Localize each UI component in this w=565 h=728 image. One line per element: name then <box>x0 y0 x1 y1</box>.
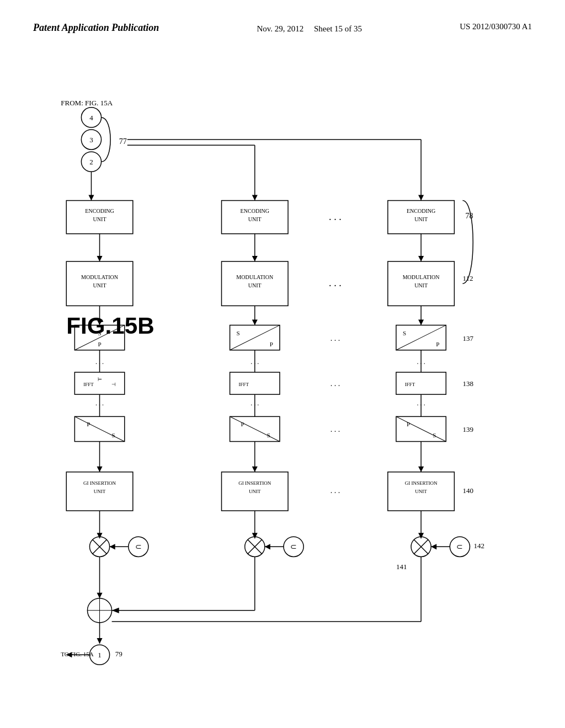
mod3-text2: UNIT <box>414 282 428 288</box>
arrow-gi3 <box>418 467 424 472</box>
brace <box>102 117 111 162</box>
label-78: 78 <box>465 211 473 220</box>
phase1-label: ⊂ <box>135 542 142 551</box>
arrow-gi2 <box>252 467 258 472</box>
arrowhead-p2m2 <box>265 544 270 549</box>
gi2-text1: GI INSERTION <box>238 480 271 486</box>
enc1-text1: ENCODING <box>85 208 114 214</box>
phase3-label: ⊂ <box>456 542 463 551</box>
arrow-enc3 <box>418 195 424 201</box>
arrow-mod1 <box>97 256 103 261</box>
enc3-text1: ENCODING <box>407 208 435 214</box>
enc1-text2: UNIT <box>93 216 106 222</box>
enc2-text2: UNIT <box>248 216 262 222</box>
arrow-mult1 <box>97 533 103 538</box>
ps3-text2: S <box>433 432 436 438</box>
to-fig-label: TO FIG. 15A <box>61 651 94 657</box>
arrow-mult2 <box>252 533 258 538</box>
dots-sp: . . . <box>331 334 340 342</box>
gi1-text1: GI INSERTION <box>83 480 116 486</box>
ifft3-text1: IFFT <box>405 382 415 387</box>
label-77: 77 <box>119 137 127 146</box>
gi3-text1: GI INSERTION <box>405 480 438 486</box>
circle-3-label: 3 <box>89 136 93 144</box>
label-137: 137 <box>462 334 473 342</box>
dots-ifft: . . . <box>331 379 340 388</box>
ps1-diagonal <box>74 416 124 441</box>
label-139: 139 <box>462 425 473 433</box>
mod2-text1: MODULATION <box>236 274 274 280</box>
arrow-mod3 <box>418 256 424 261</box>
dots-mod: . . . <box>329 277 342 288</box>
circle-2-label: 2 <box>89 158 93 166</box>
ps1-text1: P <box>87 421 90 427</box>
mod1-text2: UNIT <box>93 282 106 288</box>
ifft-box-2 <box>230 372 280 394</box>
ps2-text2: S <box>267 432 270 438</box>
figure-svg: FIG.15B FROM: FIG. 15A 4 3 2 77 <box>33 72 532 684</box>
publication-info: Nov. 29, 2012 Sheet 15 of 35 <box>257 22 362 35</box>
publication-date: Nov. 29, 2012 <box>257 24 303 33</box>
dots-ps: . . . <box>331 425 340 433</box>
arrow-mod2 <box>252 256 258 261</box>
label-142: 142 <box>474 542 485 550</box>
arrow-out <box>97 638 103 644</box>
arrow-sp2 <box>252 320 258 325</box>
label-140: 140 <box>462 486 473 495</box>
ifft1-text2: IFFT <box>83 382 94 387</box>
from-label: FROM: FIG. 15A <box>61 99 113 107</box>
ifft2-text1: IFFT <box>238 382 249 387</box>
arrowhead-m2-adder <box>112 608 119 613</box>
dots-enc: . . . <box>329 211 342 222</box>
gi1-text2: UNIT <box>94 489 106 494</box>
mod1-text1: MODULATION <box>81 274 119 280</box>
label-141: 141 <box>396 563 407 571</box>
ifft1-text1: ⊢ <box>98 377 102 382</box>
ifft-box-1 <box>74 372 124 394</box>
arrow-mult3 <box>418 533 424 538</box>
arrow-adder <box>97 593 103 598</box>
label-79: 79 <box>115 650 122 658</box>
page-header: Patent Application Publication Nov. 29, … <box>0 0 565 41</box>
sp1-text1: S <box>98 330 101 336</box>
arrow-gi1 <box>97 467 103 472</box>
ps3-diagonal <box>396 416 446 441</box>
page: Patent Application Publication Nov. 29, … <box>0 0 565 728</box>
phase2-label: ⊂ <box>290 542 297 551</box>
publication-title: Patent Application Publication <box>33 22 159 34</box>
output-label: 1 <box>98 651 102 659</box>
ps3-text1: P <box>407 421 410 427</box>
label-112: 112 <box>462 274 473 282</box>
sp1-text2: P <box>98 341 101 347</box>
mod3-text1: MODULATION <box>403 274 440 280</box>
ifft-box-3 <box>396 372 446 394</box>
circle-4-label: 4 <box>89 114 93 122</box>
ps2-diagonal <box>230 416 280 441</box>
sheet-info: Sheet 15 of 35 <box>314 24 362 33</box>
mod2-text2: UNIT <box>248 282 262 288</box>
sp3-text2: P <box>436 341 439 347</box>
enc2-text1: ENCODING <box>241 208 269 214</box>
gi2-text2: UNIT <box>249 489 261 494</box>
diagram-area: FIG.15B FROM: FIG. 15A 4 3 2 77 <box>33 72 532 684</box>
ps1-text2: S <box>112 432 115 438</box>
ps2-text1: P <box>241 421 244 427</box>
sp2-text1: S <box>237 330 240 336</box>
publication-number: US 2012/0300730 A1 <box>460 22 532 31</box>
sp3-text1: S <box>403 330 406 336</box>
arrow-enc1 <box>88 195 94 201</box>
enc3-text2: UNIT <box>414 216 428 222</box>
ifft1-text3: ⊣ <box>111 382 116 387</box>
arrow-sp3 <box>418 320 424 325</box>
gi3-text2: UNIT <box>415 489 427 494</box>
arrowhead-p3m3 <box>431 544 436 549</box>
sp2-text2: P <box>270 341 273 347</box>
arrowhead-p1m1 <box>110 544 115 549</box>
label-138: 138 <box>462 379 473 388</box>
arrow-enc2 <box>252 195 258 201</box>
dots-gi: . . . <box>331 486 340 495</box>
